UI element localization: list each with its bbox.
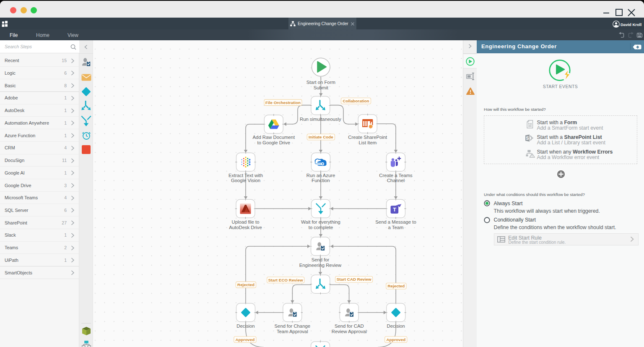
svg-text:Decision: Decision <box>387 324 405 329</box>
svg-text:Initiate Code: Initiate Code <box>309 135 333 139</box>
svg-text:Approved: Approved <box>236 337 255 342</box>
svg-text:List Item: List Item <box>358 140 377 145</box>
svg-text:Create SharePoint: Create SharePoint <box>348 135 387 140</box>
svg-text:Create a Teams: Create a Teams <box>379 173 413 178</box>
svg-text:Start on Form: Start on Form <box>306 80 335 85</box>
svg-text:Rejected: Rejected <box>237 282 254 287</box>
svg-text:Google Vision: Google Vision <box>231 178 260 183</box>
svg-text:Send for CAD: Send for CAD <box>335 324 364 329</box>
svg-text:Review Approval: Review Approval <box>332 329 367 334</box>
svg-text:Rejected: Rejected <box>387 284 405 288</box>
svg-text:Team Approval: Team Approval <box>277 329 308 334</box>
svg-text:File Orchestration: File Orchestration <box>265 100 301 105</box>
svg-text:Upload file to: Upload file to <box>232 219 260 224</box>
svg-text:Extract Text with: Extract Text with <box>229 173 263 178</box>
svg-text:Send a Message to: Send a Message to <box>375 219 416 224</box>
svg-text:Wait for everything: Wait for everything <box>301 219 340 224</box>
svg-text:S: S <box>526 136 529 141</box>
svg-text:Submit: Submit <box>314 85 329 90</box>
svg-text:AutoDesk Drive: AutoDesk Drive <box>229 225 262 230</box>
svg-text:Approved: Approved <box>386 337 405 342</box>
svg-text:Decision: Decision <box>236 324 254 329</box>
svg-text:Run simultaneously: Run simultaneously <box>300 117 341 122</box>
svg-text:Send for: Send for <box>312 257 330 262</box>
svg-text:to Google Drive: to Google Drive <box>257 140 291 145</box>
svg-text:Start ECO Review: Start ECO Review <box>268 278 303 282</box>
svg-text:a Team: a Team <box>388 225 404 230</box>
svg-text:Channel: Channel <box>387 178 405 183</box>
svg-text:to complete: to complete <box>309 225 333 230</box>
svg-text:Engineering Review: Engineering Review <box>299 263 342 268</box>
svg-text:Start CAD Review: Start CAD Review <box>337 277 371 282</box>
svg-text:Add Raw Document: Add Raw Document <box>253 135 295 140</box>
svg-text:Function: Function <box>312 178 330 183</box>
svg-text:Send for Change: Send for Change <box>275 324 310 329</box>
svg-text:Collaboration: Collaboration <box>343 99 369 103</box>
svg-text:Run an Azure: Run an Azure <box>306 173 335 178</box>
svg-text:T: T <box>393 206 396 213</box>
